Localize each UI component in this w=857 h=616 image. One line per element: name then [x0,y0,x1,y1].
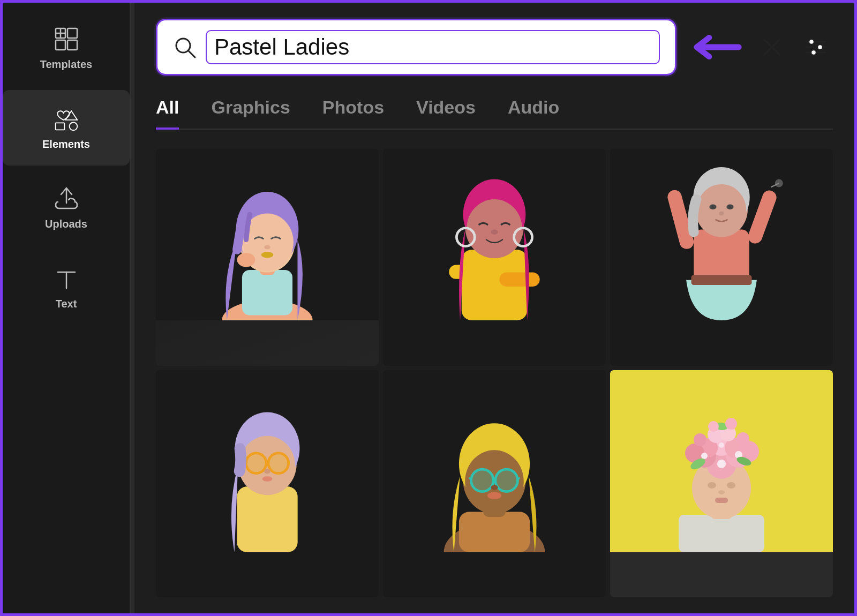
svg-point-99 [719,442,724,448]
svg-point-103 [708,421,719,432]
svg-line-11 [189,51,195,57]
svg-point-7 [69,122,77,130]
tab-graphics[interactable]: Graphics [211,97,290,130]
svg-rect-21 [242,270,292,315]
svg-point-18 [817,44,823,50]
templates-icon [52,25,80,53]
svg-rect-79 [679,515,764,552]
search-controls [756,30,833,64]
text-icon [52,265,80,292]
content-tabs: All Graphics Photos Videos Audio [156,97,833,130]
svg-point-17 [809,39,814,44]
sidebar: Templates Elements [3,3,131,613]
svg-point-52 [719,212,724,216]
svg-point-106 [736,432,749,445]
svg-rect-31 [499,273,539,287]
svg-point-19 [811,50,816,55]
result-item-4[interactable] [156,370,379,598]
app-layout: Templates Elements [3,3,854,613]
result-item-3[interactable] [610,149,833,366]
result-item-5[interactable] [383,370,606,598]
svg-point-50 [709,205,716,209]
svg-point-58 [246,453,266,473]
svg-point-71 [471,469,494,492]
svg-point-83 [727,482,735,489]
svg-point-27 [261,252,274,258]
svg-rect-6 [55,123,64,130]
illustration-5 [383,370,606,552]
svg-point-72 [495,469,518,492]
svg-point-36 [467,199,522,258]
svg-point-59 [268,453,289,473]
svg-point-64 [262,476,273,481]
svg-point-51 [726,205,733,209]
arrow-icon [689,31,743,63]
svg-point-105 [694,433,706,446]
results-grid [156,149,833,597]
result-item-2[interactable] [383,149,606,366]
svg-rect-53 [237,486,297,552]
svg-point-76 [491,485,498,490]
svg-point-96 [717,460,726,468]
result-item-1[interactable] [156,149,379,366]
svg-point-63 [264,469,270,474]
sidebar-text-label: Text [56,298,77,310]
sidebar-item-templates[interactable]: Templates [3,10,130,86]
sidebar-item-uploads[interactable]: Uploads [3,170,130,245]
sidebar-item-text[interactable]: Text [3,250,130,325]
illustration-3 [610,149,833,320]
svg-rect-43 [746,189,778,245]
svg-point-49 [697,184,746,237]
filter-button[interactable] [799,30,833,64]
svg-point-97 [701,453,708,459]
sidebar-item-elements[interactable]: Elements [3,90,130,166]
tab-audio[interactable]: Audio [508,97,559,130]
svg-point-26 [264,245,270,250]
illustration-1 [156,149,379,320]
illustration-2 [383,149,606,320]
svg-point-28 [237,253,255,267]
svg-point-82 [708,482,716,489]
search-input[interactable] [206,30,660,64]
svg-rect-2 [56,40,65,50]
main-content: All Graphics Photos Videos Audio [134,3,854,613]
tab-photos[interactable]: Photos [322,97,384,130]
svg-rect-85 [715,498,728,503]
svg-rect-1 [67,28,77,38]
search-bar [156,19,676,76]
sidebar-elements-label: Elements [42,138,90,151]
svg-point-37 [491,230,498,235]
uploads-icon [52,185,80,213]
photo-1 [610,370,833,552]
clear-search-button[interactable] [756,31,788,63]
illustration-4 [156,370,379,552]
search-icon [172,35,197,59]
svg-rect-3 [67,40,77,50]
sidebar-uploads-label: Uploads [45,218,87,230]
elements-icon [52,105,80,133]
svg-rect-66 [459,512,530,552]
svg-point-77 [487,492,501,499]
result-item-6[interactable] [610,370,833,598]
svg-point-84 [718,490,725,494]
tab-videos[interactable]: Videos [416,97,476,130]
tab-all[interactable]: All [156,97,179,130]
svg-rect-41 [691,275,752,285]
svg-point-104 [725,418,737,430]
search-bar-wrapper [156,19,833,76]
sidebar-templates-label: Templates [40,58,92,71]
